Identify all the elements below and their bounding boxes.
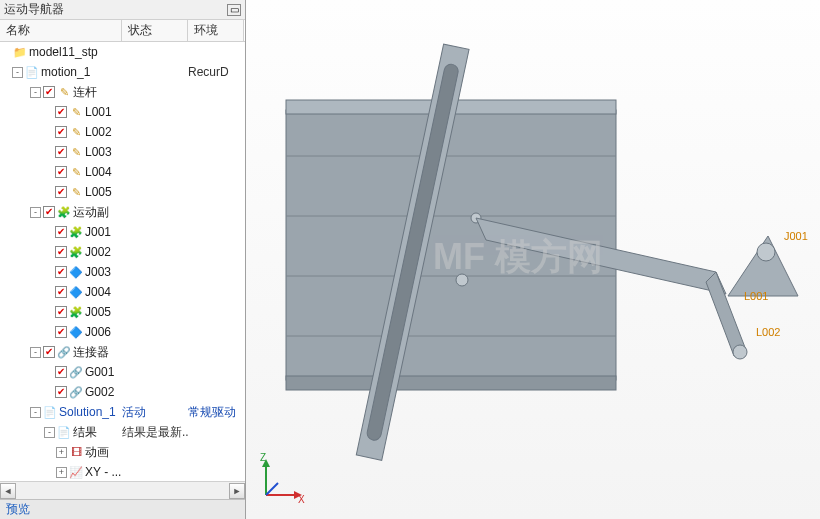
tree-checkbox[interactable] — [55, 226, 67, 238]
tree-checkbox[interactable] — [55, 266, 67, 278]
tree-toggle[interactable]: + — [56, 467, 67, 478]
tree-row[interactable]: -📄结果结果是最新... — [0, 422, 245, 442]
tree-row[interactable]: 🔗G002 — [0, 382, 245, 402]
tree-toggle[interactable]: + — [56, 447, 67, 458]
tree-row[interactable]: +🎞动画 — [0, 442, 245, 462]
tree-checkbox[interactable] — [55, 326, 67, 338]
tree-row[interactable]: 🧩J001 — [0, 222, 245, 242]
tree-row[interactable]: 🧩J005 — [0, 302, 245, 322]
tree-row[interactable]: +📈XY - ... — [0, 462, 245, 481]
tree-checkbox[interactable] — [43, 86, 55, 98]
tree-item-label: J001 — [85, 225, 111, 239]
jntb-icon: 🔷 — [69, 265, 83, 279]
tree-row[interactable]: ✎L004 — [0, 162, 245, 182]
con-icon: 🔗 — [69, 385, 83, 399]
tree-item-label: L004 — [85, 165, 112, 179]
tree-row[interactable]: 🔷J003 — [0, 262, 245, 282]
tree-checkbox[interactable] — [55, 166, 67, 178]
tree-item-label: L003 — [85, 145, 112, 159]
tree-item-label: 连杆 — [73, 84, 97, 101]
tree-checkbox[interactable] — [55, 286, 67, 298]
sol-icon: 📄 — [43, 405, 57, 419]
tree-checkbox[interactable] — [55, 106, 67, 118]
tree-row[interactable]: ✎L005 — [0, 182, 245, 202]
jnt-icon: 🧩 — [57, 205, 71, 219]
tree-row[interactable]: -📄motion_1RecurD — [0, 62, 245, 82]
nav-panel: 运动导航器 ▭ 名称 状态 环境 📁model11_stp-📄motion_1R… — [0, 0, 246, 519]
annotation-j001: J001 — [784, 230, 808, 242]
tree-checkbox[interactable] — [55, 146, 67, 158]
tree-row[interactable]: -🧩运动副 — [0, 202, 245, 222]
tree-row[interactable]: -✎连杆 — [0, 82, 245, 102]
lnkp-icon: ✎ — [69, 105, 83, 119]
mot-icon: 📄 — [25, 65, 39, 79]
tree-checkbox[interactable] — [55, 366, 67, 378]
panel-titlebar: 运动导航器 ▭ — [0, 0, 245, 20]
tree-checkbox[interactable] — [55, 386, 67, 398]
tree-row[interactable]: 🧩J002 — [0, 242, 245, 262]
tree-row[interactable]: 📁model11_stp — [0, 42, 245, 62]
view-triad[interactable]: Z X — [258, 453, 308, 503]
tree-status: 活动 — [122, 404, 188, 421]
tree-item-label: 结果 — [73, 424, 97, 441]
panel-maximize-button[interactable]: ▭ — [227, 4, 241, 16]
tree-toggle[interactable]: - — [44, 427, 55, 438]
tree-env: 常规驱动 — [188, 404, 244, 421]
3d-viewport[interactable]: MF 模方网 J001 L001 L002 Z X — [246, 0, 820, 519]
tree-checkbox[interactable] — [55, 306, 67, 318]
col-name-header[interactable]: 名称 — [0, 20, 122, 41]
lnkp-icon: ✎ — [69, 125, 83, 139]
tree-item-label: J002 — [85, 245, 111, 259]
tree-row[interactable]: 🔷J006 — [0, 322, 245, 342]
svg-point-15 — [757, 243, 775, 261]
con-icon: 🔗 — [69, 365, 83, 379]
tree-row[interactable]: -📄Solution_1活动常规驱动 — [0, 402, 245, 422]
res-icon: 📄 — [57, 425, 71, 439]
triad-z-label: Z — [260, 453, 266, 463]
lnkp-icon: ✎ — [69, 145, 83, 159]
tree-row[interactable]: ✎L002 — [0, 122, 245, 142]
tree-toggle[interactable]: - — [12, 67, 23, 78]
triad-x-label: X — [298, 494, 305, 503]
svg-rect-2 — [286, 376, 616, 390]
scroll-track[interactable] — [16, 483, 229, 499]
tree-status: 结果是最新... — [122, 424, 188, 441]
tree-item-label: Solution_1 — [59, 405, 116, 419]
tree-item-label: 连接器 — [73, 344, 109, 361]
svg-point-9 — [456, 274, 468, 286]
tree-item-label: 动画 — [85, 444, 109, 461]
tree-row[interactable]: ✎L001 — [0, 102, 245, 122]
tree-item-label: J003 — [85, 265, 111, 279]
jntb-icon: 🔷 — [69, 325, 83, 339]
tree-checkbox[interactable] — [43, 206, 55, 218]
nav-tree[interactable]: 📁model11_stp-📄motion_1RecurD-✎连杆✎L001✎L0… — [0, 42, 245, 481]
tree-item-label: J004 — [85, 285, 111, 299]
xy-icon: 📈 — [69, 465, 83, 479]
tree-row[interactable]: 🔷J004 — [0, 282, 245, 302]
jnt-icon: 🧩 — [69, 305, 83, 319]
tree-checkbox[interactable] — [55, 186, 67, 198]
tree-item-label: 运动副 — [73, 204, 109, 221]
annotation-l001: L001 — [744, 290, 768, 302]
tab-preview[interactable]: 预览 — [6, 501, 30, 518]
tree-toggle[interactable]: - — [30, 87, 41, 98]
tree-row[interactable]: 🔗G001 — [0, 362, 245, 382]
tree-checkbox[interactable] — [55, 126, 67, 138]
tree-toggle[interactable]: - — [30, 347, 41, 358]
asm-icon: 📁 — [13, 45, 27, 59]
col-status-header[interactable]: 状态 — [122, 20, 188, 41]
tree-toggle[interactable]: - — [30, 407, 41, 418]
col-env-header[interactable]: 环境 — [188, 20, 244, 41]
scroll-left-button[interactable]: ◄ — [0, 483, 16, 499]
tree-row[interactable]: -🔗连接器 — [0, 342, 245, 362]
tree-toggle[interactable]: - — [30, 207, 41, 218]
horizontal-scrollbar[interactable]: ◄ ► — [0, 481, 245, 499]
tree-item-label: L001 — [85, 105, 112, 119]
tree-checkbox[interactable] — [55, 246, 67, 258]
svg-line-21 — [266, 483, 278, 495]
tree-row[interactable]: ✎L003 — [0, 142, 245, 162]
tree-header: 名称 状态 环境 — [0, 20, 245, 42]
3d-model — [246, 0, 820, 519]
tree-checkbox[interactable] — [43, 346, 55, 358]
scroll-right-button[interactable]: ► — [229, 483, 245, 499]
